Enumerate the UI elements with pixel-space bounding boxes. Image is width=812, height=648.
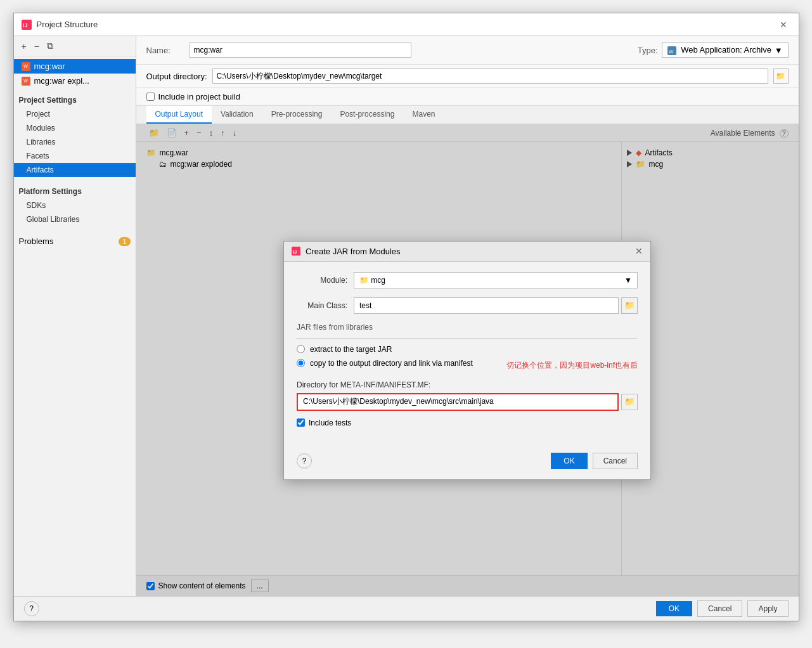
include-build-row: Include in project build — [136, 88, 799, 106]
add-artifact-button[interactable]: + — [19, 40, 29, 53]
sidebar-item-project[interactable]: Project — [14, 107, 136, 121]
war-icon: W — [22, 62, 30, 71]
dropdown-arrow-icon: ▼ — [775, 46, 783, 55]
sidebar-item-modules[interactable]: Modules — [14, 121, 136, 135]
name-label: Name: — [146, 46, 184, 55]
include-tests-row: Include tests — [297, 418, 638, 427]
sidebar-item-libraries[interactable]: Libraries — [14, 135, 136, 149]
radio-copy-label: copy to the output directory and link vi… — [310, 359, 473, 368]
modal-intellij-icon: IJ — [292, 247, 300, 256]
radio-extract-row: extract to the target JAR — [297, 345, 638, 354]
footer-help-button[interactable]: ? — [24, 601, 39, 616]
close-button[interactable]: ✕ — [776, 18, 791, 31]
type-dropdown[interactable]: W Web Application: Archive ▼ — [662, 42, 789, 58]
project-settings-header: Project Settings — [14, 91, 136, 107]
jar-libraries-label: JAR files from libraries — [297, 323, 638, 339]
modal-body: Module: 📁 mcg ▼ — [284, 262, 650, 448]
sidebar: + − ⧉ W mcg:war W mcg:war expl... Projec… — [14, 36, 136, 596]
content-area: 📁 📄 + − ↕ ↑ ↓ Available Elements ? — [136, 124, 799, 596]
tab-output-layout[interactable]: Output Layout — [146, 106, 212, 124]
modal-dialog: IJ Create JAR from Modules ✕ Module: — [283, 241, 651, 480]
module-dropdown-arrow: ▼ — [624, 276, 632, 285]
footer-ok-button[interactable]: OK — [656, 601, 692, 616]
output-dir-label: Output directory: — [146, 72, 207, 81]
jar-libraries-section: JAR files from libraries extract to the … — [297, 323, 638, 373]
output-dir-row: Output directory: 📁 — [136, 65, 799, 88]
modal-footer: ? OK Cancel — [284, 448, 650, 479]
tab-validation[interactable]: Validation — [212, 106, 262, 124]
window-title: Project Structure — [37, 20, 98, 29]
directory-label: Directory for META-INF/MANIFEST.MF: — [297, 380, 638, 389]
sidebar-item-facets[interactable]: Facets — [14, 149, 136, 163]
problems-label[interactable]: Problems — [19, 237, 54, 246]
type-label: Type: — [638, 46, 658, 55]
tab-maven[interactable]: Maven — [403, 106, 444, 124]
copy-artifact-button[interactable]: ⧉ — [44, 39, 56, 53]
problems-section: Problems 1 — [14, 234, 136, 249]
intellij-icon: IJ — [22, 20, 32, 30]
war-exploded-icon: W — [22, 77, 30, 86]
main-class-field: Main Class: 📁 — [297, 297, 638, 314]
sidebar-item-global-libraries[interactable]: Global Libraries — [14, 212, 136, 226]
artifact-list: W mcg:war W mcg:war expl... — [14, 56, 136, 91]
sidebar-toolbar: + − ⧉ — [14, 36, 136, 56]
footer-apply-button[interactable]: Apply — [747, 600, 788, 617]
remove-artifact-button[interactable]: − — [32, 40, 42, 53]
modal-ok-button[interactable]: OK — [551, 453, 587, 469]
radio-copy[interactable] — [297, 359, 305, 367]
artifact-item-mcg-war-exploded[interactable]: W mcg:war expl... — [14, 74, 136, 88]
module-dropdown[interactable]: 📁 mcg ▼ — [354, 272, 638, 288]
output-dir-input[interactable] — [212, 68, 768, 84]
directory-browse-button[interactable]: 📁 — [621, 394, 638, 410]
include-tests-label: Include tests — [309, 418, 351, 427]
directory-input[interactable] — [297, 393, 619, 411]
output-dir-browse-button[interactable]: 📁 — [773, 68, 789, 84]
name-input[interactable] — [190, 42, 411, 58]
tab-post-processing[interactable]: Post-processing — [331, 106, 403, 124]
sidebar-item-sdks[interactable]: SDKs — [14, 198, 136, 212]
artifact-header: Name: Type: W Web Application: Archive — [136, 36, 799, 65]
footer-cancel-button[interactable]: Cancel — [697, 600, 742, 617]
module-label: Module: — [297, 276, 347, 285]
include-build-checkbox[interactable] — [146, 93, 155, 101]
sidebar-item-artifacts[interactable]: Artifacts — [14, 163, 136, 177]
annotation-text: 切记换个位置，因为项目web-inf也有后 — [506, 360, 638, 371]
title-bar: IJ Project Structure ✕ — [14, 13, 799, 36]
radio-copy-row: copy to the output directory and link vi… — [297, 359, 494, 368]
modal-close-button[interactable]: ✕ — [635, 246, 643, 256]
platform-settings-header: Platform Settings — [14, 182, 136, 198]
main-class-input[interactable] — [354, 297, 619, 314]
svg-text:IJ: IJ — [23, 22, 28, 29]
include-tests-checkbox[interactable] — [297, 418, 305, 427]
svg-text:IJ: IJ — [293, 249, 297, 255]
modal-title: Create JAR from Modules — [306, 247, 401, 256]
modal-title-bar: IJ Create JAR from Modules ✕ — [284, 242, 650, 262]
radio-extract[interactable] — [297, 345, 305, 353]
main-class-browse-button[interactable]: 📁 — [621, 297, 638, 314]
main-class-label: Main Class: — [297, 301, 347, 310]
radio-extract-label: extract to the target JAR — [310, 345, 392, 354]
platform-settings-section: Platform Settings SDKs Global Libraries — [14, 182, 136, 226]
directory-field: Directory for META-INF/MANIFEST.MF: 📁 — [297, 380, 638, 411]
main-content: Name: Type: W Web Application: Archive — [136, 36, 799, 596]
modal-help-button[interactable]: ? — [297, 453, 312, 469]
folder-icon-3: 📁 — [359, 276, 369, 285]
footer-bar: ? OK Cancel Apply — [14, 596, 799, 621]
type-value: W Web Application: Archive — [667, 45, 771, 55]
module-field: Module: 📁 mcg ▼ — [297, 272, 638, 288]
modal-overlay: IJ Create JAR from Modules ✕ Module: — [136, 124, 799, 596]
tab-pre-processing[interactable]: Pre-processing — [262, 106, 332, 124]
tabs-bar: Output Layout Validation Pre-processing … — [136, 106, 799, 124]
problems-badge: 1 — [119, 237, 130, 246]
modal-cancel-button[interactable]: Cancel — [593, 453, 638, 469]
web-app-icon: W — [667, 46, 676, 55]
artifact-item-mcg-war[interactable]: W mcg:war — [14, 59, 136, 74]
svg-text:W: W — [669, 49, 674, 55]
include-build-label: Include in project build — [158, 92, 240, 101]
